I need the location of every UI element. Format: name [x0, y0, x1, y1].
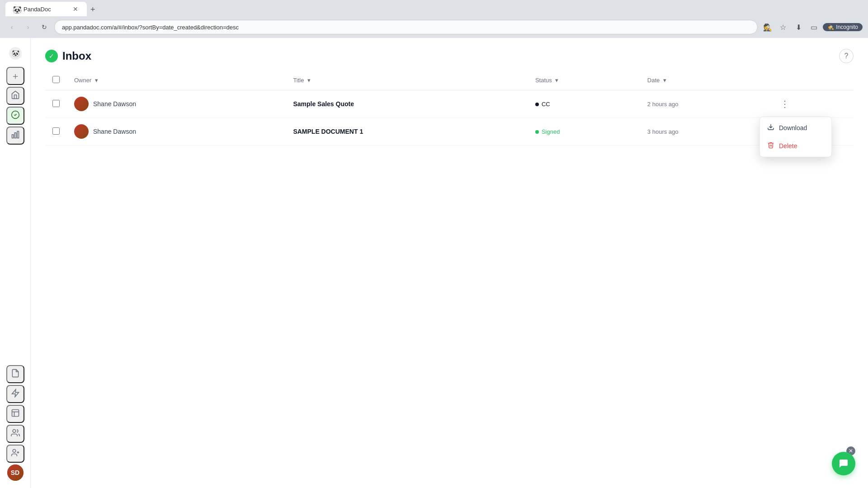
date-label: Date — [647, 77, 660, 84]
inbox-check-icon: ✓ — [45, 50, 58, 62]
contacts-icon — [11, 428, 20, 440]
title-cell[interactable]: SAMPLE DOCUMENT 1 — [286, 118, 528, 145]
back-button[interactable]: ‹ — [5, 21, 18, 33]
owner-column-header[interactable]: Owner ▾ — [67, 70, 286, 90]
bookmark-button[interactable]: ☆ — [777, 21, 789, 33]
svg-rect-5 — [17, 131, 19, 138]
document-icon — [11, 369, 20, 380]
browser-toolbar: ‹ › ↻ app.pandadoc.com/a/#/inbox/?sortBy… — [0, 16, 868, 38]
logo[interactable]: 🐼 — [7, 45, 24, 61]
table-header: Owner ▾ Title ▾ Status ▾ Date — [45, 70, 854, 90]
table-row: Shane Dawson SAMPLE DOCUMENT 1 Signed — [45, 118, 854, 145]
date-text: 2 hours ago — [647, 101, 679, 108]
status-cell: Signed — [528, 118, 640, 145]
table-body: Shane Dawson Sample Sales Quote CC — [45, 90, 854, 145]
row-more-button[interactable]: ⋮ — [778, 97, 792, 111]
sidebar-template-button[interactable] — [6, 405, 24, 423]
incognito-label: Incognito — [836, 24, 858, 30]
status-dot — [535, 130, 539, 134]
owner-sort-icon: ▾ — [95, 77, 98, 84]
table-row: Shane Dawson Sample Sales Quote CC — [45, 90, 854, 118]
download-icon — [767, 123, 774, 132]
active-tab[interactable]: 🐼 PandaDoc ✕ — [5, 2, 87, 16]
status-text: Signed — [542, 128, 560, 135]
delete-icon — [767, 141, 774, 150]
row-checkbox[interactable] — [52, 100, 60, 107]
template-icon — [11, 408, 20, 420]
owner-avatar — [74, 124, 89, 139]
incognito-hat-icon: 🕵 — [827, 24, 834, 30]
tab-bar: 🐼 PandaDoc ✕ + — [0, 0, 868, 16]
owner-cell: Shane Dawson — [67, 90, 286, 118]
delete-menu-item[interactable]: Delete — [760, 137, 831, 155]
browser-chrome: 🐼 PandaDoc ✕ + ‹ › ↻ app.pandadoc.com/a/… — [0, 0, 868, 38]
home-icon — [11, 90, 20, 102]
svg-marker-6 — [12, 389, 19, 397]
row-checkbox[interactable] — [52, 127, 60, 135]
spy-icon-btn[interactable]: 🕵 — [761, 21, 774, 33]
status-sort-icon: ▾ — [555, 77, 558, 84]
sidebar-contacts-button[interactable] — [6, 425, 24, 443]
owner-label: Owner — [74, 77, 91, 84]
date-column-header[interactable]: Date ▾ — [640, 70, 771, 90]
delete-label: Delete — [779, 142, 797, 150]
sidebar-add-button[interactable]: ＋ — [6, 67, 24, 85]
chat-icon — [838, 458, 849, 469]
download-button[interactable]: ⬇ — [792, 21, 805, 33]
pandadoc-logo-icon: 🐼 — [8, 46, 23, 61]
new-tab-button[interactable]: + — [87, 3, 99, 16]
check-symbol: ✓ — [49, 52, 54, 60]
download-menu-item[interactable]: Download — [760, 119, 831, 137]
status-label: Status — [535, 77, 552, 84]
date-sort-icon: ▾ — [663, 77, 666, 84]
reload-button[interactable]: ↻ — [38, 21, 51, 33]
actions-column-header — [770, 70, 854, 90]
add-user-icon — [11, 448, 20, 460]
document-title: Sample Sales Quote — [293, 100, 354, 108]
status-cell: CC — [528, 90, 640, 118]
title-cell[interactable]: Sample Sales Quote — [286, 90, 528, 118]
add-icon: ＋ — [11, 70, 20, 82]
sidebar: 🐼 ＋ — [0, 38, 31, 488]
select-all-checkbox[interactable] — [52, 76, 60, 83]
help-button[interactable]: ? — [839, 49, 854, 63]
select-all-header — [45, 70, 67, 90]
row-actions-cell: ⋮ — [770, 90, 854, 118]
bolt-icon — [11, 389, 20, 400]
owner-cell: Shane Dawson — [67, 118, 286, 145]
context-menu: Download Delete — [760, 117, 832, 157]
title-label: Title — [293, 77, 304, 84]
sidebar-inbox-button[interactable] — [6, 107, 24, 125]
svg-rect-3 — [12, 135, 13, 138]
svg-rect-4 — [14, 132, 16, 138]
status-dot — [535, 103, 539, 106]
main-content: ✓ Inbox ? Owner ▾ — [31, 38, 868, 488]
forward-button[interactable]: › — [22, 21, 34, 33]
sidebar-document-button[interactable] — [6, 365, 24, 383]
page-title-area: ✓ Inbox — [45, 50, 834, 62]
sidebar-analytics-button[interactable] — [6, 127, 24, 145]
browser-actions: 🕵 ☆ ⬇ ▭ 🕵 Incognito — [761, 21, 863, 33]
page-title: Inbox — [62, 50, 91, 62]
layout-button[interactable]: ▭ — [807, 21, 820, 33]
title-column-header[interactable]: Title ▾ — [286, 70, 528, 90]
address-bar[interactable]: app.pandadoc.com/a/#/inbox/?sortBy=date_… — [54, 20, 758, 34]
sidebar-add-user-button[interactable] — [6, 445, 24, 463]
sidebar-bolt-button[interactable] — [6, 385, 24, 403]
tab-close-button[interactable]: ✕ — [71, 5, 80, 13]
chat-fab-button[interactable] — [832, 452, 855, 475]
svg-point-11 — [13, 449, 16, 452]
owner-name: Shane Dawson — [93, 100, 136, 108]
tab-title: PandaDoc — [24, 6, 68, 13]
download-label: Download — [779, 124, 807, 131]
date-cell: 3 hours ago — [640, 118, 771, 145]
svg-rect-7 — [12, 409, 19, 416]
bar-chart-icon — [11, 130, 20, 141]
document-title: SAMPLE DOCUMENT 1 — [293, 128, 363, 135]
date-text: 3 hours ago — [647, 128, 679, 135]
user-avatar[interactable]: SD — [7, 465, 24, 481]
checkmark-circle-icon — [11, 110, 20, 122]
status-column-header[interactable]: Status ▾ — [528, 70, 640, 90]
sidebar-home-button[interactable] — [6, 87, 24, 105]
tab-favicon: 🐼 — [13, 5, 20, 13]
